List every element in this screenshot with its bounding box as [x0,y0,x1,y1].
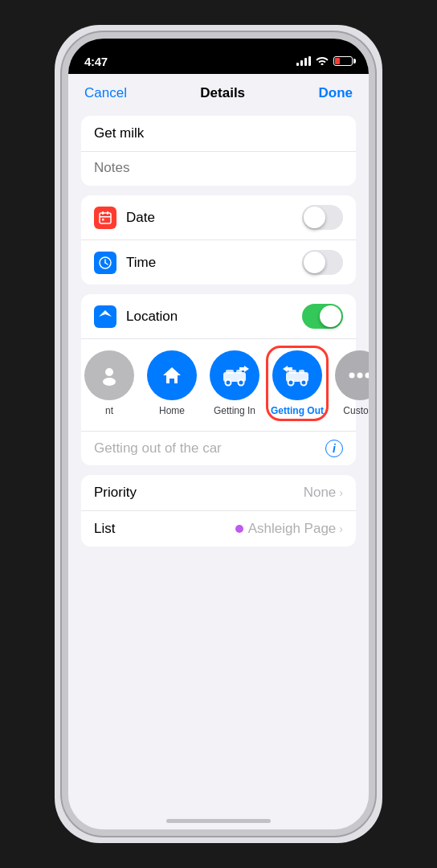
getting-out-option-circle [272,350,322,400]
home-option-circle [147,350,197,400]
list-dot [235,525,243,533]
date-row: Date [81,195,356,240]
getting-out-option-label: Getting Out [271,405,324,416]
status-icons [296,55,353,68]
svg-marker-8 [99,310,112,317]
time-toggle[interactable] [302,250,343,275]
location-options: nt Home [81,338,356,431]
date-icon [94,207,116,229]
svg-rect-4 [102,219,104,221]
svg-rect-0 [100,213,111,223]
task-title-input[interactable] [81,116,356,151]
svg-rect-1 [102,211,104,215]
priority-row[interactable]: Priority None › [81,475,356,510]
location-label: Location [126,309,302,325]
svg-point-26 [366,373,370,379]
svg-point-24 [349,373,355,379]
location-option-getting-out[interactable]: Getting Out [266,346,329,421]
priority-value: None [304,485,337,501]
date-time-card: Date [81,195,356,285]
svg-rect-13 [226,370,234,374]
time-row: Time [81,240,356,285]
location-card: Location [81,294,356,465]
wifi-icon [316,55,329,68]
home-indicator [166,819,271,823]
svg-point-25 [357,373,363,379]
location-option-custom[interactable]: Custom [329,347,369,420]
location-option-current[interactable]: nt [81,347,141,420]
svg-point-22 [301,380,307,386]
getting-in-option-circle [210,350,259,400]
custom-option-label: Custom [343,405,369,416]
screen: Cancel Details Done [68,39,369,829]
svg-rect-3 [100,216,111,218]
geofence-label: Getting out of the car [94,440,222,457]
phone-frame: 4:47 [62,32,375,836]
list-chevron: › [339,522,343,535]
priority-list-card: Priority None › List Ashleigh Page › [81,475,356,547]
getting-in-option-label: Getting In [214,405,255,416]
svg-rect-20 [299,370,304,374]
list-row[interactable]: List Ashleigh Page › [81,510,356,547]
current-option-label: nt [105,405,113,416]
info-icon[interactable]: i [325,440,343,457]
svg-point-21 [288,380,294,386]
location-icon [94,305,116,328]
svg-rect-2 [107,211,108,215]
location-option-home[interactable]: Home [141,347,203,420]
svg-marker-11 [163,367,181,383]
battery-icon [333,56,353,66]
svg-line-7 [105,263,108,264]
done-button[interactable]: Done [318,85,353,101]
task-card [81,116,356,186]
list-label: List [94,521,235,537]
content: Cancel Details Done [68,74,369,829]
current-option-circle [84,350,134,400]
date-label: Date [126,210,302,226]
cancel-button[interactable]: Cancel [84,85,127,101]
geofence-label-row: Getting out of the car i [81,431,356,465]
svg-point-16 [239,380,244,386]
priority-chevron: › [339,486,343,499]
status-time: 4:47 [84,55,108,68]
location-row: Location [81,294,356,338]
time-icon [94,252,116,274]
nav-title: Details [200,85,245,101]
notch [158,39,279,61]
phone-outer: 4:47 [55,25,382,843]
task-notes-input[interactable] [81,151,356,186]
signal-icon [296,56,311,66]
svg-point-10 [103,378,116,386]
nav-bar: Cancel Details Done [68,74,369,109]
custom-option-circle [335,350,369,400]
svg-point-9 [105,368,113,376]
time-label: Time [126,255,302,271]
location-option-getting-in[interactable]: Getting In [203,347,266,420]
svg-point-15 [226,380,231,386]
location-toggle[interactable] [302,304,343,329]
list-value: Ashleigh Page [248,521,337,537]
priority-label: Priority [94,485,304,501]
date-toggle[interactable] [302,205,343,230]
home-option-label: Home [159,405,185,416]
